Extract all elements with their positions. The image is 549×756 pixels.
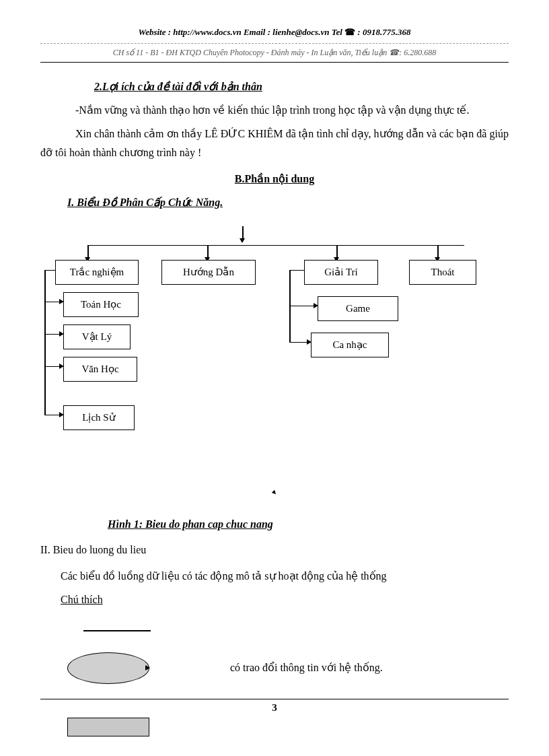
box-giai-tri: Giải Trí: [304, 260, 378, 285]
divider-dashed: [40, 43, 509, 44]
phone-icon: ☎: [344, 27, 355, 37]
header-line: Website : http://www.docs.vn Email : lie…: [40, 27, 509, 38]
document-page: Website : http://www.docs.vn Email : lie…: [0, 0, 549, 756]
connector: [44, 270, 55, 271]
section-2-title: 2.Lợi ích của đề tài đối với bản thân: [94, 77, 509, 97]
box-huong-dan: Hướng Dẫn: [161, 260, 256, 285]
part-b-title: B.Phần nội dung: [40, 170, 509, 189]
section-ii-title: II. Bieu do luong du lieu: [40, 541, 509, 560]
box-game: Game: [318, 296, 398, 321]
figure-1-caption: Hình 1: Bieu do phan cap chuc nang: [108, 515, 509, 535]
legend-title: Chú thích: [61, 590, 509, 610]
box-vat-ly: Vật Lý: [63, 324, 131, 349]
paragraph-2: Xin chân thành cảm ơn thầy LÊ ĐỨC KHIÊM …: [40, 125, 509, 164]
connector: [44, 270, 46, 415]
sub-header: CH số 11 - B1 - ĐH KTQD Chuyên Photocopy…: [40, 48, 509, 58]
box-van-hoc: Văn Học: [63, 357, 137, 382]
website-value: : http://www.docs.vn: [166, 27, 244, 37]
connector: [289, 306, 315, 307]
footer-divider: [40, 699, 509, 699]
website-label: Website: [139, 27, 166, 37]
hierarchy-diagram: Trắc nghiệm Hướng Dẫn Giải Trí Thoát Toá…: [40, 226, 509, 442]
paragraph-3: Các biểu đồ luồng dữ liệu có tác động mô…: [61, 567, 509, 586]
box-toan-hoc: Toán Học: [63, 292, 139, 317]
page-number: 3: [40, 702, 509, 714]
box-trac-nghiem: Trắc nghiệm: [55, 260, 139, 285]
connector: [44, 302, 61, 303]
connector: [87, 245, 464, 246]
section-i-title: I. Biểu Đồ Phân Cấp Chức Năng.: [67, 193, 509, 213]
legend-rect-symbol: [67, 718, 149, 736]
small-arrow-divider: [40, 482, 509, 502]
body: 2.Lợi ích của đề tài đối với bản thân -N…: [40, 77, 509, 685]
box-ca-nhac: Ca nhạc: [311, 333, 389, 357]
email-value: : lienhe@docs.vn: [265, 27, 331, 37]
box-lich-su: Lịch Sử: [63, 405, 135, 430]
connector: [289, 270, 304, 271]
connector: [44, 366, 61, 368]
paragraph-1: -Nắm vững và thành thạo hơn về kiến thúc…: [40, 101, 509, 121]
legend-line-symbol: [83, 630, 151, 631]
divider-solid: [40, 62, 509, 63]
connector: [44, 415, 61, 416]
legend-ellipse-row: có trao đổi thông tin với hệ thống.: [67, 652, 509, 685]
legend-ellipse-symbol: [67, 652, 149, 684]
arrow-down-icon: [240, 238, 245, 243]
tel-value: : 0918.775.368: [357, 27, 410, 37]
legend-line-row: [67, 614, 509, 648]
box-thoat: Thoát: [409, 260, 476, 285]
connector: [242, 226, 244, 240]
connector: [289, 342, 308, 343]
legend-text: có trao đổi thông tin với hệ thống.: [230, 658, 383, 678]
tel-label: Tel: [332, 27, 344, 37]
connector: [44, 334, 61, 335]
email-label: Email: [244, 27, 266, 37]
